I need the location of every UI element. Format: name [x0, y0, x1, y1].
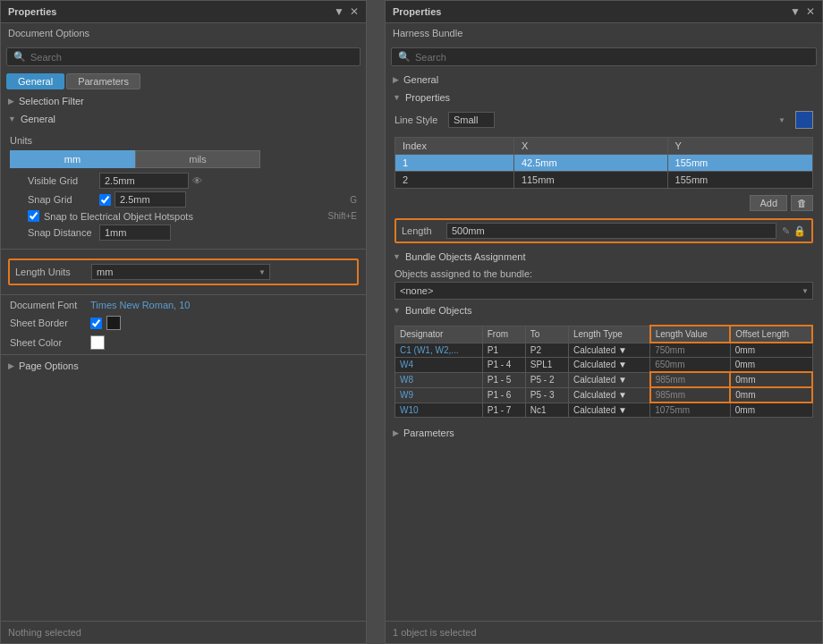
right-properties-label: Properties: [405, 92, 450, 103]
coords-row1-x: 42.5mm: [513, 155, 667, 172]
left-tabs: General Parameters: [1, 71, 366, 92]
bundle-row0-length-type: Calculated ▼: [568, 343, 649, 358]
left-panel-title: Properties: [8, 6, 56, 17]
length-row: Length ✎ 🔒: [395, 218, 813, 243]
sheet-border-row: Sheet Border: [1, 313, 366, 333]
right-pin-icon[interactable]: ▼: [790, 5, 801, 18]
length-lock-icon[interactable]: 🔒: [793, 225, 806, 237]
bundle-row0-from: P1: [482, 343, 525, 358]
left-panel: Properties ▼ ✕ Document Options 🔍 Genera…: [0, 0, 367, 644]
right-panel: Properties ▼ ✕ Harness Bundle 🔍 ▶ Genera…: [385, 0, 823, 644]
line-style-label: Line Style: [395, 114, 448, 125]
divider-3: [1, 354, 366, 355]
bundle-row1-length-value: 650mm: [650, 358, 731, 373]
length-units-label: Length Units: [15, 267, 91, 277]
units-mils-btn[interactable]: mils: [135, 150, 260, 168]
bundle-col-length-type: Length Type: [568, 326, 649, 343]
bundle-row4-designator: W10: [395, 402, 483, 418]
right-status-text: 1 object is selected: [393, 627, 477, 638]
bundle-row1-to: SPL1: [525, 358, 568, 373]
sheet-color-swatch[interactable]: [90, 335, 105, 350]
length-units-row: Length Units mm mils cm inch: [8, 258, 359, 285]
snap-distance-input[interactable]: [99, 225, 171, 241]
line-color-swatch[interactable]: [795, 111, 813, 129]
bundle-assign-arrow: ▼: [393, 252, 401, 261]
bundle-thead: Designator From To Length Type Length Va…: [395, 326, 813, 343]
tab-parameters[interactable]: Parameters: [66, 73, 140, 89]
right-properties-header[interactable]: ▼ Properties: [386, 89, 822, 106]
left-status-bar: Nothing selected: [1, 621, 366, 643]
right-general-header[interactable]: ▶ General: [386, 71, 822, 89]
tab-general[interactable]: General: [6, 73, 64, 89]
right-search-icon: 🔍: [398, 51, 411, 63]
right-panel-controls: ▼ ✕: [790, 5, 815, 18]
bundle-row-0[interactable]: C1 (W1, W2,... P1 P2 Calculated ▼ 750mm …: [395, 343, 813, 358]
snap-hotspot-checkbox[interactable]: [28, 210, 39, 222]
length-input[interactable]: [446, 223, 776, 239]
coords-table: Index X Y 1 42.5mm 155mm 2 115mm 155mm: [395, 137, 813, 189]
parameters-label: Parameters: [403, 428, 454, 438]
bundle-row-1[interactable]: W4 P1 - 4 SPL1 Calculated ▼ 650mm 0mm: [395, 358, 813, 373]
bundle-row-2[interactable]: W8 P1 - 5 P5 - 2 Calculated ▼ 985mm 0mm: [395, 372, 813, 387]
selection-filter-header[interactable]: ▶ Selection Filter: [1, 92, 366, 110]
bundle-col-length-value: Length Value: [650, 326, 731, 343]
parameters-header[interactable]: ▶ Parameters: [386, 424, 822, 442]
bundle-row2-from: P1 - 5: [482, 372, 525, 387]
snap-grid-checkbox[interactable]: [99, 194, 111, 206]
length-units-select[interactable]: mm mils cm inch: [91, 264, 270, 280]
bundle-assign-header[interactable]: ▼ Bundle Objects Assignment: [386, 248, 822, 266]
bundle-row-4[interactable]: W10 P1 - 7 Nc1 Calculated ▼ 1075mm 0mm: [395, 402, 813, 418]
eye-icon[interactable]: 👁: [192, 175, 202, 186]
coords-row-2[interactable]: 2 115mm 155mm: [395, 172, 813, 189]
visible-grid-label: Visible Grid: [28, 175, 99, 186]
right-search-input[interactable]: [415, 52, 810, 63]
sheet-border-checkbox[interactable]: [90, 318, 102, 329]
coords-row2-y: 155mm: [667, 172, 812, 189]
coords-thead: Index X Y: [395, 138, 813, 155]
bundle-row3-designator: W9: [395, 387, 483, 402]
bundle-table: Designator From To Length Type Length Va…: [395, 325, 813, 418]
left-search-input[interactable]: [30, 52, 353, 63]
snap-distance-label: Snap Distance: [28, 227, 99, 238]
bundle-objects-dropdown[interactable]: <none>: [395, 282, 813, 300]
line-style-select[interactable]: Small Medium Large: [448, 112, 495, 128]
right-panel-subtitle: Harness Bundle: [386, 23, 822, 43]
sheet-border-color[interactable]: [106, 316, 121, 330]
general-header[interactable]: ▼ General: [1, 110, 366, 128]
units-label: Units: [10, 135, 90, 146]
bundle-objects-section: Designator From To Length Type Length Va…: [386, 318, 822, 420]
document-font-value[interactable]: Times New Roman, 10: [90, 300, 190, 310]
bundle-objects-arrow: ▼: [393, 306, 401, 315]
bundle-row2-length-value: 985mm: [650, 372, 731, 387]
length-edit-icon[interactable]: ✎: [782, 225, 790, 237]
bundle-row3-to: P5 - 3: [525, 387, 568, 402]
right-general-label: General: [403, 74, 438, 85]
pin-icon[interactable]: ▼: [334, 5, 344, 18]
units-mm-btn[interactable]: mm: [10, 150, 135, 168]
sheet-color-label: Sheet Color: [10, 337, 90, 348]
delete-button[interactable]: 🗑: [791, 195, 813, 211]
general-content: Units mm mils Visible Grid 👁 Snap Grid G…: [1, 128, 366, 247]
bundle-row-3[interactable]: W9 P1 - 6 P5 - 3 Calculated ▼ 985mm 0mm: [395, 387, 813, 402]
bundle-objects-header[interactable]: ▼ Bundle Objects: [386, 302, 822, 318]
length-label: Length: [402, 225, 446, 236]
length-units-select-wrapper: mm mils cm inch: [91, 264, 270, 280]
coords-col-y: Y: [667, 138, 812, 155]
page-options-arrow: ▶: [8, 361, 14, 370]
coords-row-1[interactable]: 1 42.5mm 155mm: [395, 155, 813, 172]
add-button[interactable]: Add: [750, 195, 787, 211]
right-close-icon[interactable]: ✕: [806, 5, 815, 18]
units-toggle: mm mils: [10, 150, 260, 168]
close-icon[interactable]: ✕: [350, 5, 359, 18]
bundle-row3-from: P1 - 6: [482, 387, 525, 402]
snap-grid-label: Snap Grid: [28, 194, 99, 205]
general-arrow: ▼: [8, 114, 16, 123]
snap-grid-input[interactable]: [115, 191, 186, 208]
divider-2: [1, 294, 366, 295]
visible-grid-input[interactable]: [99, 173, 189, 189]
bundle-col-designator: Designator: [395, 326, 483, 343]
bundle-row0-length-value: 750mm: [650, 343, 731, 358]
bundle-row3-offset: 0mm: [730, 387, 812, 402]
page-options-header[interactable]: ▶ Page Options: [1, 357, 366, 375]
bundle-row1-length-type: Calculated ▼: [568, 358, 649, 373]
